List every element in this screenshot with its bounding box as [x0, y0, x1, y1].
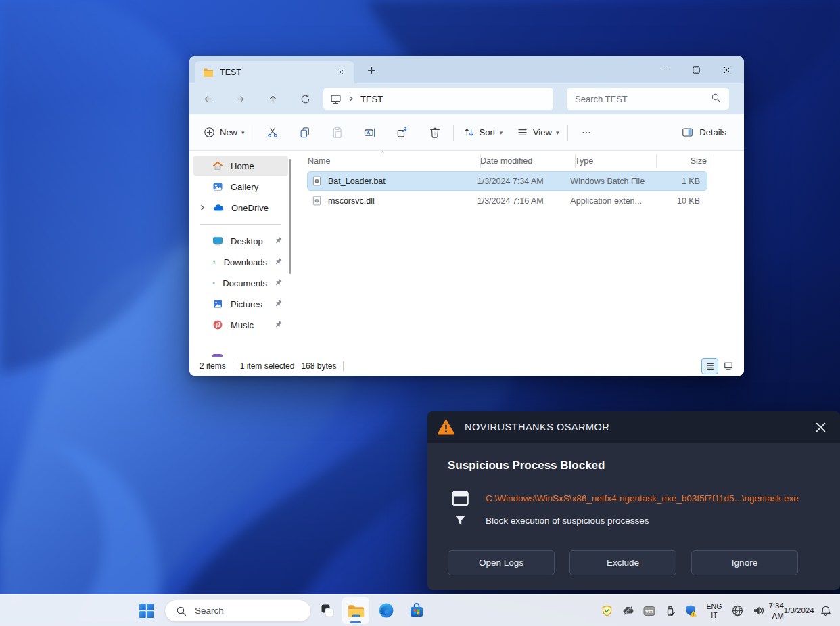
search-box[interactable]: Search TEST	[567, 88, 729, 110]
sidebar-item-desktop[interactable]: Desktop	[193, 231, 288, 251]
new-icon	[203, 126, 216, 139]
explorer-tab[interactable]: TEST	[195, 61, 354, 83]
forward-button[interactable]	[224, 83, 256, 114]
network-no-internet-icon[interactable]	[727, 598, 748, 625]
toolbar-divider	[453, 125, 454, 141]
file-row-bat-loader[interactable]: Bat_Loader.bat 1/3/2024 7:34 AM Windows …	[308, 172, 707, 190]
column-header-name[interactable]: ⌃ Name	[308, 156, 480, 166]
desktop: TEST	[0, 0, 840, 626]
view-button[interactable]: View ▾	[509, 122, 565, 143]
up-button[interactable]	[256, 83, 289, 114]
osarmor-notification: NOVIRUSTHANKS OSARMOR Suspicious Process…	[427, 411, 840, 590]
sidebar-item-gallery[interactable]: Gallery	[193, 177, 288, 197]
close-button[interactable]	[711, 56, 743, 83]
exclude-button[interactable]: Exclude	[569, 550, 676, 575]
paste-button[interactable]	[321, 119, 354, 146]
onedrive-icon	[212, 202, 224, 214]
vmware-tray-icon[interactable]: vm	[638, 598, 659, 625]
share-button[interactable]	[386, 119, 419, 146]
sidebar-item-pictures[interactable]: Pictures	[193, 294, 288, 314]
language-switcher[interactable]: ENG IT	[701, 598, 727, 625]
column-divider[interactable]	[714, 154, 714, 168]
sidebar-item-downloads[interactable]: Downloads	[193, 252, 288, 272]
trash-icon	[428, 126, 442, 139]
view-label: View	[533, 127, 552, 137]
chevron-down-icon: ▾	[499, 129, 503, 136]
sidebar-item-documents[interactable]: Documents	[193, 273, 288, 293]
column-divider[interactable]	[480, 154, 481, 168]
notification-close-icon[interactable]	[812, 418, 829, 436]
column-header-size[interactable]: Size	[656, 156, 714, 166]
rename-icon	[363, 126, 377, 139]
file-explorer-icon	[347, 603, 365, 619]
taskbar-clock[interactable]: 7:34 AM 1/3/2024	[769, 598, 815, 625]
more-options-button[interactable]	[570, 119, 603, 146]
file-name: Bat_Loader.bat	[328, 177, 386, 186]
address-bar[interactable]: TEST	[323, 88, 553, 110]
sidebar-scrollbar[interactable]	[289, 159, 291, 274]
tab-title: TEST	[220, 68, 241, 77]
file-row-mscorsvc[interactable]: mscorsvc.dll 1/3/2024 7:16 AM Applicatio…	[308, 192, 707, 210]
cut-button[interactable]	[256, 119, 289, 146]
selection-count: 1 item selected	[240, 361, 295, 371]
rename-button[interactable]	[354, 119, 386, 146]
desktop-icon	[212, 236, 223, 246]
start-button[interactable]	[133, 597, 160, 624]
file-name: mscorsvc.dll	[328, 196, 375, 206]
sidebar-item-music[interactable]: Music	[193, 315, 288, 335]
refresh-button[interactable]	[289, 83, 321, 114]
store-taskbar-button[interactable]	[403, 597, 430, 624]
osarmor-tray-icon[interactable]	[597, 598, 617, 625]
sidebar-item-home[interactable]: Home	[193, 156, 288, 176]
sidebar-item-label: Documents	[223, 278, 267, 288]
rule-row: Block execution of suspicious processes	[452, 514, 649, 527]
file-date: 1/3/2024 7:16 AM	[477, 196, 571, 206]
column-header-type[interactable]: Type	[575, 156, 656, 166]
folder-icon	[203, 67, 214, 78]
breadcrumb-location[interactable]: TEST	[360, 94, 383, 104]
edge-taskbar-button[interactable]	[373, 597, 400, 624]
dll-file-icon	[312, 196, 322, 206]
copy-button[interactable]	[289, 119, 321, 146]
large-icons-view-toggle[interactable]	[720, 359, 736, 374]
taskbar-search[interactable]: Search	[164, 600, 311, 622]
new-button[interactable]: New ▾	[196, 122, 252, 143]
file-list-header: ⌃ Name Date modified Type Size	[292, 151, 744, 171]
details-view-toggle[interactable]	[702, 359, 718, 374]
new-tab-button[interactable]	[363, 62, 380, 79]
explorer-command-bar: New ▾	[189, 114, 744, 151]
column-divider[interactable]	[575, 154, 576, 168]
search-icon	[711, 93, 721, 105]
usb-device-tray-icon[interactable]	[659, 598, 680, 625]
expand-chevron-icon[interactable]	[199, 203, 206, 213]
blocked-process-path: C:\Windows\WinSxS\x86_netfx4-ngentask_ex…	[486, 493, 799, 504]
details-button[interactable]: Details	[676, 122, 732, 143]
ignore-button[interactable]: Ignore	[691, 550, 798, 575]
task-view-icon	[320, 603, 335, 618]
tab-close-icon[interactable]	[334, 66, 348, 79]
back-button[interactable]	[191, 83, 224, 114]
sidebar-divider	[200, 224, 281, 225]
sidebar-item-label: Downloads	[224, 257, 267, 267]
notification-heading: Suspicious Process Blocked	[448, 459, 605, 472]
sort-button[interactable]: Sort ▾	[456, 122, 509, 143]
open-logs-button[interactable]: Open Logs	[448, 550, 555, 575]
new-label: New	[220, 127, 237, 137]
file-explorer-taskbar-button[interactable]	[342, 597, 369, 624]
maximize-button[interactable]	[680, 56, 711, 83]
this-pc-icon	[330, 93, 342, 105]
onedrive-paused-tray-icon[interactable]	[617, 598, 638, 625]
notification-bell-icon[interactable]	[815, 598, 836, 625]
column-divider[interactable]	[656, 154, 657, 168]
delete-button[interactable]	[419, 119, 451, 146]
documents-icon	[212, 277, 215, 288]
task-view-button[interactable]	[314, 597, 341, 624]
volume-icon[interactable]	[748, 598, 769, 625]
minimize-button[interactable]	[649, 56, 680, 83]
column-header-date[interactable]: Date modified	[480, 156, 575, 166]
blocked-process-row: C:\Windows\WinSxS\x86_netfx4-ngentask_ex…	[452, 491, 799, 506]
sidebar-item-onedrive[interactable]: OneDrive	[193, 198, 288, 218]
edge-icon	[378, 602, 394, 619]
system-tray: vm ENG IT	[597, 595, 836, 626]
windows-security-tray-icon[interactable]	[680, 598, 701, 625]
